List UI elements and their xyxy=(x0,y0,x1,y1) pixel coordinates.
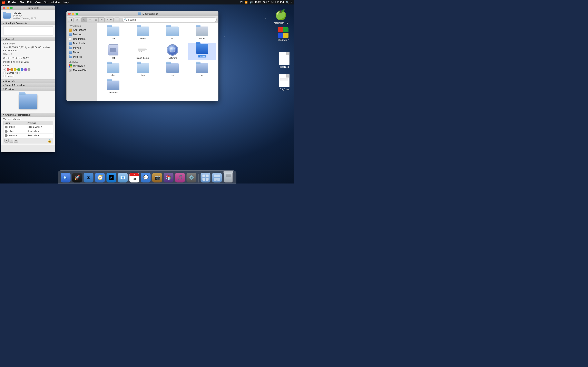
perm-priv-wheel[interactable]: Read only ▼ xyxy=(26,129,53,133)
locked-checkbox[interactable] xyxy=(3,75,6,77)
grid-item-etc[interactable]: etc xyxy=(159,25,187,41)
info-maximize-button[interactable] xyxy=(10,7,13,9)
dock-item-mail-stamp[interactable]: ✉ xyxy=(83,172,94,183)
desktop-icon-ds-store[interactable]: .DS_Store xyxy=(278,73,290,91)
perm-priv-system[interactable]: Read & Write ▼ xyxy=(26,125,53,129)
perm-priv-everyone[interactable]: Read only ▼ xyxy=(26,133,53,138)
dock-item-finder[interactable] xyxy=(61,172,71,183)
dock-item-folder2[interactable] xyxy=(212,172,222,183)
lock-icon[interactable]: 🔒 xyxy=(48,139,52,143)
label-dot-green[interactable] xyxy=(17,68,20,71)
name-extension-header[interactable]: ▶ Name & Extension: xyxy=(1,83,55,87)
label-dot-x[interactable]: ✕ xyxy=(3,68,6,71)
grid-item-sbin[interactable]: sbin xyxy=(99,62,127,78)
label-row: Label: ✕ xyxy=(3,64,53,71)
menu-finder[interactable]: Finder xyxy=(8,1,16,4)
menubar-list-icon[interactable]: ≡ xyxy=(291,1,292,4)
menubar-v2: V² xyxy=(240,1,242,4)
search-input[interactable] xyxy=(128,18,215,21)
grid-item-home[interactable]: home xyxy=(188,25,216,41)
icon-view-button[interactable]: ⊞ xyxy=(81,17,87,22)
apple-menu[interactable]: 🍎 xyxy=(2,0,6,4)
menubar-search-icon[interactable]: 🔍 xyxy=(286,1,289,4)
menu-view[interactable]: View xyxy=(35,1,41,4)
action-button[interactable]: ⚙ ▼ xyxy=(106,17,113,22)
cover-flow-button[interactable]: ▭ xyxy=(99,17,104,22)
dock-item-books[interactable]: 📚 xyxy=(163,172,174,183)
info-close-button[interactable] xyxy=(3,7,5,9)
sidebar-item-movies[interactable]: Movies xyxy=(67,46,97,50)
grid-item-mach-kernel[interactable]: mach_kernel xyxy=(129,43,157,60)
dock-item-system-prefs[interactable]: ⚙️ xyxy=(186,172,197,183)
menu-help[interactable]: Help xyxy=(63,1,69,4)
share-button[interactable]: ⬆ xyxy=(115,17,120,22)
grid-item-private[interactable]: private xyxy=(188,43,216,60)
sidebar-item-applications[interactable]: A Applications xyxy=(67,28,97,32)
sidebar-item-windows7[interactable]: Windows 7 xyxy=(67,64,97,68)
dock-item-launchpad[interactable]: 🚀 xyxy=(72,172,82,183)
sidebar-item-remote-disc[interactable]: Remote Disc xyxy=(67,68,97,73)
sidebar-item-desktop[interactable]: Desktop xyxy=(67,32,97,37)
sidebar-item-documents[interactable]: ≡ Documents xyxy=(67,37,97,41)
grid-item-net[interactable]: net xyxy=(99,43,127,60)
finder-maximize-button[interactable] xyxy=(76,13,78,15)
dock-item-itunes[interactable]: 🎵 xyxy=(175,172,185,183)
menu-edit[interactable]: Edit xyxy=(27,1,32,4)
sidebar-item-downloads[interactable]: Downloads xyxy=(67,41,97,46)
general-header[interactable]: ▼ General: xyxy=(1,37,55,41)
sidebar-item-pictures[interactable]: Pictures xyxy=(67,55,97,59)
finder-minimize-button[interactable] xyxy=(72,13,74,15)
sharing-header[interactable]: ▼ Sharing & Permissions: xyxy=(1,113,55,117)
sidebar-item-music[interactable]: Music xyxy=(67,50,97,55)
menu-file[interactable]: File xyxy=(20,1,24,4)
label-dot-orange[interactable] xyxy=(10,68,13,71)
dock-item-safari[interactable]: 🧭 xyxy=(95,172,105,183)
grid-item-volumes[interactable]: Volumes xyxy=(99,79,127,95)
dock-item-appstore[interactable]: 🅰 xyxy=(106,172,117,183)
preview-label: Preview: xyxy=(5,88,15,90)
shared-folder-checkbox[interactable] xyxy=(3,72,6,74)
more-info-header[interactable]: ▶ More Info: xyxy=(1,80,55,83)
menubar-volume: 🔊 xyxy=(250,1,253,4)
grid-item-tmp[interactable]: tmp xyxy=(129,62,157,78)
dock-item-trash[interactable] xyxy=(223,172,234,183)
spotlight-comments-input[interactable] xyxy=(3,26,53,35)
desktop-icon-windows7[interactable]: Windows 7 xyxy=(277,26,290,42)
perm-remove-button[interactable]: − xyxy=(9,139,13,142)
dock-calendar-icon: CAL 28 xyxy=(130,173,139,183)
grid-item-network[interactable]: Network xyxy=(159,43,187,60)
finder-close-button[interactable] xyxy=(68,13,71,15)
label-dot-blue[interactable] xyxy=(21,68,24,71)
kind-row: Kind: Folder xyxy=(3,42,53,45)
macintosh-hd-logo: 🍏 xyxy=(275,8,287,21)
back-button[interactable]: ◀ xyxy=(68,17,73,22)
list-view-button[interactable]: ☰ xyxy=(87,17,93,22)
menu-go[interactable]: Go xyxy=(44,1,47,4)
info-minimize-button[interactable] xyxy=(7,7,9,9)
desktop-icon-macintosh-hd[interactable]: 🍏 Macintosh HD xyxy=(273,8,289,25)
label-dot-gray[interactable] xyxy=(27,68,30,71)
dock-item-messages[interactable]: 💬 xyxy=(140,172,151,183)
menu-window[interactable]: Window xyxy=(51,1,60,4)
label-dot-purple[interactable] xyxy=(24,68,27,71)
perm-add-button[interactable]: + xyxy=(4,139,9,142)
forward-button[interactable]: ▶ xyxy=(75,17,80,22)
sidebar-applications-label: Applications xyxy=(73,29,86,31)
label-dot-red[interactable] xyxy=(7,68,9,71)
search-bar[interactable]: 🔍 xyxy=(122,17,217,22)
dock-item-apps-folder[interactable] xyxy=(200,172,211,183)
grid-item-cores[interactable]: cores xyxy=(129,25,157,41)
dock-item-iphoto[interactable]: 📷 xyxy=(152,172,163,183)
cores-folder-icon xyxy=(137,26,149,37)
grid-item-var[interactable]: var xyxy=(188,62,216,78)
dock-item-mail[interactable]: 📧 xyxy=(118,172,128,183)
grid-item-usr[interactable]: usr xyxy=(159,62,187,78)
desktop-icon-localized[interactable]: .localized xyxy=(278,51,290,69)
dock-item-calendar[interactable]: CAL 28 xyxy=(129,172,140,183)
perm-action-button[interactable]: ⚙ xyxy=(14,139,18,142)
grid-item-bin[interactable]: bin xyxy=(99,25,127,41)
column-view-button[interactable]: ▦ xyxy=(93,17,99,22)
spotlight-header[interactable]: ▼ Spotlight Comments: xyxy=(1,21,55,25)
preview-header[interactable]: ▼ Preview: xyxy=(1,87,55,91)
label-dot-yellow[interactable] xyxy=(14,68,17,71)
